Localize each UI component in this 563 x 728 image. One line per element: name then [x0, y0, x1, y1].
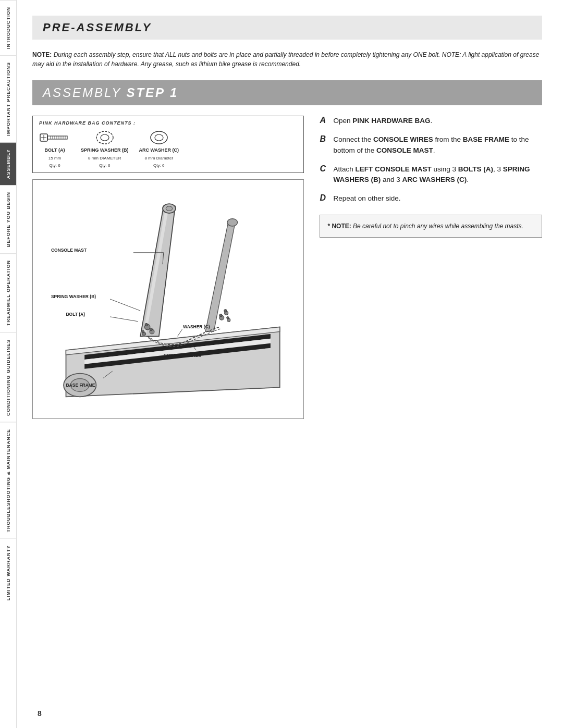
spring-washer-b-name: SPRING WASHER (B) [81, 147, 129, 154]
note-box-prefix: * NOTE: [327, 223, 351, 230]
svg-point-13 [101, 134, 109, 141]
sidebar-item-introduction[interactable]: INTRODUCTION [0, 0, 16, 55]
bolt-a-detail1: 15 mm [48, 156, 61, 161]
washer-c-label: WASHER (C) [183, 325, 210, 330]
note-prefix: NOTE: [32, 51, 52, 58]
note-box: * NOTE: Be careful not to pinch any wire… [320, 215, 542, 238]
bolt-a-label: BOLT (A) [66, 312, 85, 317]
left-column: PINK HARDWARE BAG CONTENTS : [32, 116, 304, 419]
hardware-bag-label: PINK HARDWARE BAG CONTENTS : [39, 120, 297, 126]
instruction-text-a: Open PINK HARDWARE BAG. [333, 116, 432, 126]
svg-line-35 [110, 299, 140, 311]
sidebar-item-treadmill-operation[interactable]: TREADMILL OPERATION [0, 253, 16, 332]
spring-washer-b-detail1: 8 mm DIAMETER [88, 156, 121, 161]
spring-washer-b-detail2: Qty: 6 [99, 163, 110, 168]
instruction-letter-c: C [320, 164, 329, 174]
svg-point-26 [142, 331, 144, 333]
base-frame-illustration [64, 327, 280, 397]
hardware-items: BOLT (A) 15 mm Qty: 6 SPRING WASHER (B) [39, 130, 297, 168]
pre-assembly-header: PRE-ASSEMBLY [32, 16, 542, 40]
sidebar-item-assembly[interactable]: ASSEMBLY [0, 142, 16, 185]
bolt-icon [39, 130, 70, 145]
svg-point-30 [219, 314, 222, 317]
svg-point-14 [151, 131, 167, 144]
svg-point-19 [166, 206, 172, 211]
arc-washer-icon [149, 130, 169, 145]
hardware-bag-box: PINK HARDWARE BAG CONTENTS : [32, 116, 304, 173]
bolt-a-detail2: Qty: 6 [49, 163, 60, 168]
instruction-a: A Open PINK HARDWARE BAG. [320, 116, 542, 126]
svg-point-15 [155, 134, 163, 141]
instruction-text-c: Attach LEFT CONSOLE MAST using 3 BOLTS (… [333, 164, 542, 186]
svg-point-31 [224, 310, 227, 312]
svg-point-32 [227, 317, 229, 319]
note-box-text: * NOTE: Be careful not to pinch any wire… [327, 221, 534, 231]
hardware-item-arc-washer: ARC WASHER (C) 8 mm Diameter Qty: 6 [139, 130, 179, 168]
sidebar-item-conditioning-guidelines[interactable]: CONDITIONING GUIDELINES [0, 332, 16, 422]
svg-point-20 [227, 219, 238, 226]
arc-washer-c-name: ARC WASHER (C) [139, 147, 179, 154]
assembly-step-header: ASSEMBLY STEP 1 [32, 80, 542, 105]
main-content: PRE-ASSEMBLY NOTE: During each assembly … [17, 0, 563, 728]
svg-line-36 [110, 317, 138, 322]
bolt-a-name: BOLT (A) [45, 147, 65, 154]
arc-washer-c-detail2: Qty: 6 [153, 163, 164, 168]
sidebar-item-before-you-begin[interactable]: BEFORE YOU BEGIN [0, 185, 16, 253]
spring-washer-label: SPRING WASHER (B) [51, 294, 96, 300]
right-column: A Open PINK HARDWARE BAG. B Connect the … [314, 116, 542, 419]
instruction-d: D Repeat on other side. [320, 193, 542, 204]
hardware-item-spring-washer: SPRING WASHER (B) 8 mm DIAMETER Qty: 6 [81, 130, 129, 168]
instruction-b: B Connect the CONSOLE WIRES from the BAS… [320, 134, 542, 156]
arc-washer-c-detail1: 8 mm Diameter [144, 156, 173, 161]
page-number: 8 [38, 709, 42, 718]
sidebar-item-important-precautions[interactable]: IMPORTANT PRECAUTIONS [0, 55, 16, 142]
spring-washer-icon [94, 130, 115, 145]
pre-assembly-note: NOTE: During each assembly step, ensure … [32, 50, 542, 69]
instruction-letter-a: A [320, 116, 329, 125]
assembly-diagram: CONSOLE MAST SPRING WASHER (B) BOLT (A) … [32, 179, 304, 419]
base-frame-label: BASE FRAME [66, 382, 95, 388]
svg-point-25 [150, 328, 152, 331]
svg-point-24 [145, 324, 148, 326]
pre-assembly-title: PRE-ASSEMBLY [43, 21, 152, 34]
hardware-item-bolt: BOLT (A) 15 mm Qty: 6 [39, 130, 70, 168]
note-box-body: Be careful not to pinch any wires while … [351, 223, 523, 230]
sidebar: INTRODUCTION IMPORTANT PRECAUTIONS ASSEM… [0, 0, 17, 728]
assembly-step-title: ASSEMBLY STEP 1 [43, 85, 178, 100]
svg-point-12 [96, 131, 113, 144]
instruction-c: C Attach LEFT CONSOLE MAST using 3 BOLTS… [320, 164, 542, 186]
two-col-layout: PINK HARDWARE BAG CONTENTS : [32, 116, 542, 419]
sidebar-item-limited-warranty[interactable]: LIMITED WARRANTY [0, 538, 16, 607]
note-body: During each assembly step, ensure that A… [32, 51, 539, 68]
console-mast-label: CONSOLE MAST [51, 248, 87, 253]
svg-line-37 [178, 329, 182, 336]
instruction-text-d: Repeat on other side. [333, 193, 400, 204]
instruction-letter-d: D [320, 193, 329, 203]
console-wires-label: CONSOLE WIRES [164, 353, 201, 359]
instruction-letter-b: B [320, 134, 329, 144]
instruction-text-b: Connect the CONSOLE WIRES from the BASE … [333, 134, 542, 156]
sidebar-item-troubleshooting-maintenance[interactable]: TROUBLESHOOTING & MAINTENANCE [0, 422, 16, 539]
console-mast-illustration [140, 204, 176, 337]
